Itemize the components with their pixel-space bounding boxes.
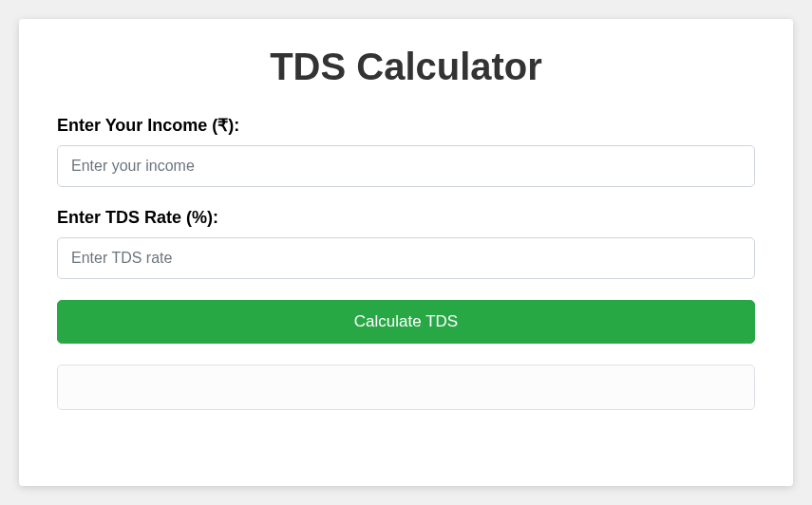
rate-label: Enter TDS Rate (%):	[57, 208, 755, 228]
income-input[interactable]	[57, 145, 755, 187]
rate-input[interactable]	[57, 237, 755, 279]
income-label: Enter Your Income (₹):	[57, 115, 755, 136]
calculator-card: TDS Calculator Enter Your Income (₹): En…	[19, 19, 793, 486]
income-group: Enter Your Income (₹):	[57, 115, 755, 187]
rate-group: Enter TDS Rate (%):	[57, 208, 755, 279]
page-title: TDS Calculator	[57, 46, 755, 88]
result-output	[57, 365, 755, 410]
calculate-button[interactable]: Calculate TDS	[57, 300, 755, 344]
